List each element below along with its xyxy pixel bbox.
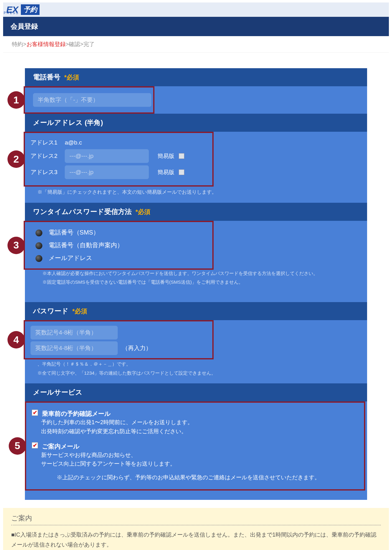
address1-value: a@b.c [65,139,82,146]
guide-line-1: ■IC入場済またはきっぷ受取済みの予約には、乗車前の予約確認メールを送信しません… [11,530,381,550]
breadcrumb-step-3: 確認 [69,41,80,47]
logo-press-text: PRESS [4,11,19,15]
guide-title: ご案内 [11,514,381,523]
info-mail-desc-2: サービス向上に関するアンケート等をお送りします。 [41,459,361,468]
required-badge: *必須 [64,74,79,81]
address1-label: アドレス1 [31,139,60,147]
breadcrumb: 特約>お客様情報登録>確認>完了 [3,36,389,53]
section-header-email: メールアドレス (半角) [25,114,367,132]
required-badge: *必須 [135,208,150,215]
guide-divider [11,525,381,525]
otp-note-1: ※本人確認が必要な操作においてワンタイムパスワードを送信します。ワンタイムパスワ… [42,270,359,277]
step-annotation-4: 4 [7,331,25,348]
password-input[interactable] [31,326,118,339]
step-annotation-3: 3 [7,237,25,254]
password-note-2: ※全て同じ文字や、「1234」等の連続した数字はパスワードとして設定できません。 [37,370,355,377]
logo: EX PRESS 予約 [6,4,53,15]
required-badge: *必須 [72,308,87,315]
section-header-mailservice: メールサービス [25,383,367,401]
info-mail-checkbox[interactable]: ✔ [32,442,38,448]
guide-panel: ご案内 ■IC入場済またはきっぷ受取済みの予約には、乗車前の予約確認メールを送信… [3,508,389,550]
pre-boarding-mail-title: 乗車前の予約確認メール [42,410,111,417]
step-annotation-5: 5 [9,437,26,455]
pre-boarding-mail-desc-1: 予約した列車の出発1〜2時間前に、メールをお送りします。 [41,418,361,427]
address2-simple-label: 簡易版 [158,152,174,160]
email-note: ※「簡易版」にチェックされますと、本文の短い簡易版メールでお送りします。 [37,188,355,196]
otp-option-email[interactable]: メールアドレス [35,254,212,262]
page-title: 会員登録 [3,17,389,36]
info-mail-title: ご案内メール [42,443,79,450]
section-header-password: パスワード *必須 [25,302,367,320]
logo-yoyaku-badge: 予約 [21,4,40,15]
address2-simple-checkbox[interactable] [179,153,184,159]
top-bar: EX PRESS 予約 [3,2,389,17]
pre-boarding-mail-desc-2: 出発時刻の確認や予約変更忘れ防止等にご活用ください。 [41,427,361,436]
address3-simple-label: 簡易版 [158,168,174,176]
password-reenter-label: （再入力） [122,344,152,352]
step-annotation-2: 2 [7,150,25,168]
password-note-1: 、半角記号（！＃＄％＆．＠＋－＿）です。 [37,361,355,368]
radio-icon [35,230,42,236]
mailservice-note: ※上記のチェックに関わらず、予約等のお申込結果や緊急のご連絡はメールを送信させて… [57,473,358,482]
address3-label: アドレス3 [31,168,60,176]
address3-simple-checkbox[interactable] [179,169,184,175]
section-header-otp: ワンタイムパスワード受信方法 *必須 [25,203,367,221]
pre-boarding-mail-checkbox[interactable]: ✔ [32,410,38,416]
address3-input[interactable] [65,165,149,179]
info-mail-desc-1: 新サービスやお得な商品のお知らせ、 [41,451,361,460]
breadcrumb-step-2-active: お客様情報登録 [26,41,66,47]
otp-option-sms[interactable]: 電話番号（SMS） [35,228,212,237]
radio-icon [35,242,42,249]
radio-icon [35,255,42,262]
address2-label: アドレス2 [31,152,60,160]
password-confirm-input[interactable] [31,341,118,355]
address2-input[interactable] [65,149,149,163]
breadcrumb-step-4: 完了 [83,41,95,47]
section-header-phone: 電話番号 *必須 [25,68,367,86]
otp-option-auto-voice[interactable]: 電話番号（自動音声案内） [35,241,212,249]
step-annotation-1: 1 [7,91,25,109]
otp-note-2: ※固定電話等のSMSを受信できない電話番号では「電話番号(SMS送信)」をご利用… [42,278,359,286]
breadcrumb-step-1: 特約 [12,41,23,47]
phone-input[interactable] [33,93,151,107]
